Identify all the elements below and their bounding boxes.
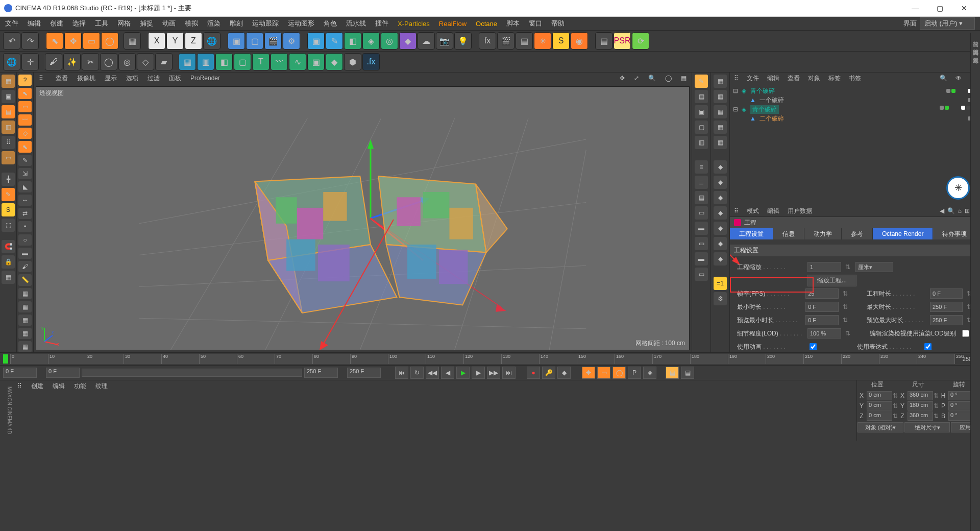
rot-key-icon[interactable]: ◯ <box>612 367 626 379</box>
vp-nav-icon[interactable]: ▦ <box>681 75 687 82</box>
octane-icon[interactable]: ✳ <box>534 32 551 50</box>
undo-icon[interactable]: ↶ <box>3 32 20 50</box>
tree-row[interactable]: ▲ 一个破碎 <box>733 95 977 105</box>
mograph-cloner-icon[interactable]: ▦ <box>179 53 196 70</box>
knife-icon[interactable]: ✂ <box>82 53 99 70</box>
grid2-icon[interactable]: ▦ <box>18 288 32 299</box>
measure-icon[interactable]: 📏 <box>18 274 32 285</box>
keyframe-icon[interactable]: ◆ <box>557 367 571 379</box>
cursor-icon[interactable]: ⬉ <box>18 88 32 99</box>
coord-size-input[interactable]: 360 cm <box>908 412 933 421</box>
help-icon[interactable]: ? <box>18 75 32 86</box>
shader1-icon[interactable]: ◆ <box>714 160 727 174</box>
realflow-icon[interactable]: ◉ <box>571 32 588 50</box>
brush-tool-icon[interactable]: 🖌 <box>18 261 32 272</box>
fwd-icon[interactable]: ⊞ <box>965 207 970 214</box>
coord-size-input[interactable]: 360 cm <box>908 391 933 400</box>
move-tool-icon[interactable]: ✥ <box>64 32 82 50</box>
cube-icon[interactable]: ▦ <box>714 75 727 88</box>
duration-input[interactable]: 0 F <box>930 288 963 299</box>
ring-icon[interactable]: ◎ <box>118 53 136 70</box>
obj-tab[interactable]: 文件 <box>747 74 759 83</box>
y-axis-icon[interactable]: Y <box>166 32 184 50</box>
side-tab[interactable]: 构建 <box>971 33 980 41</box>
axis-center-icon[interactable]: ╋ <box>2 173 15 186</box>
object-mode-icon[interactable]: ▤ <box>2 105 15 118</box>
obj-tab[interactable]: 编辑 <box>767 74 779 83</box>
camera-icon[interactable]: 📷 <box>436 32 453 50</box>
close-button[interactable]: ✕ <box>952 1 976 15</box>
mograph-poly-icon[interactable]: ◆ <box>326 53 343 70</box>
grid4-icon[interactable]: ▦ <box>18 315 32 326</box>
scale-unit-select[interactable]: 厘米 ▾ <box>855 262 893 272</box>
reset-psr-icon[interactable]: ⟳ <box>632 32 649 50</box>
mograph-extrude-icon[interactable]: ▣ <box>307 53 325 70</box>
param-key-icon[interactable]: P <box>628 367 641 379</box>
perspective-viewport[interactable]: 透视视图 <box>36 86 690 350</box>
minimize-button[interactable]: — <box>903 1 927 15</box>
mograph-fracture-icon[interactable]: ◧ <box>215 53 233 70</box>
attr-tab[interactable]: 模式 <box>747 207 759 215</box>
settings-tab[interactable]: 信息 <box>773 228 804 239</box>
coord-pos-input[interactable]: 0 cm <box>867 391 892 400</box>
menu-item[interactable]: 窗口 <box>529 19 542 28</box>
anim-checkbox[interactable] <box>810 343 817 350</box>
tweak-mode-icon[interactable]: ✎ <box>2 188 15 201</box>
extrude-tool-icon[interactable]: ⇲ <box>18 168 32 179</box>
scale-input[interactable]: 1 <box>807 262 841 272</box>
poly-pen-icon[interactable]: ✎ <box>18 155 32 166</box>
grid5-icon[interactable]: ▦ <box>18 328 32 339</box>
vp-nav-icon[interactable]: ✥ <box>620 75 625 82</box>
point-mode-icon[interactable]: ⠿ <box>2 136 15 149</box>
menu-item[interactable]: 运动图形 <box>288 19 314 28</box>
coord-size-input[interactable]: 180 cm <box>908 401 933 411</box>
bridge-tool-icon[interactable]: ⇄ <box>18 208 32 219</box>
range-from-field[interactable]: 0 F <box>46 368 80 378</box>
xparticles-icon[interactable]: S <box>552 32 570 50</box>
bot-tab[interactable]: 纹理 <box>95 382 108 391</box>
pla-key-icon[interactable]: ◈ <box>643 367 656 379</box>
eye-icon[interactable]: 👁 <box>955 75 962 82</box>
vp-tab[interactable]: 摄像机 <box>77 74 95 83</box>
shader6-icon[interactable]: ◆ <box>714 237 727 250</box>
panel-icon[interactable]: ▭ <box>695 206 708 220</box>
redo-icon[interactable]: ↷ <box>21 32 39 50</box>
box-icon[interactable]: ▣ <box>695 105 708 118</box>
menu-item[interactable]: 模拟 <box>185 19 198 28</box>
cube3-icon[interactable]: ▦ <box>714 105 727 118</box>
mograph-spline-icon[interactable]: ∿ <box>289 53 306 70</box>
layout-select[interactable]: 启动 (用户) ▾ <box>920 17 975 30</box>
range-to-field[interactable]: 250 F <box>304 368 338 378</box>
list-icon[interactable]: ▤ <box>695 191 708 204</box>
workplane-icon[interactable]: ⬚ <box>2 219 15 232</box>
search2-icon[interactable]: 🔍 <box>947 207 955 214</box>
panel2-icon[interactable]: ▬ <box>695 222 708 235</box>
fps-input[interactable]: 25 <box>805 288 838 299</box>
outline-icon[interactable]: ◇ <box>137 53 154 70</box>
shader5-icon[interactable]: ◆ <box>714 222 727 235</box>
step-back-icon[interactable]: ◀◀ <box>426 367 439 379</box>
loop-icon[interactable]: ◯ <box>100 53 117 70</box>
cube4-icon[interactable]: ▦ <box>714 120 727 134</box>
z-axis-icon[interactable]: Z <box>185 32 202 50</box>
pencil-icon[interactable]: ✎ <box>695 75 708 88</box>
scale-project-button[interactable]: 缩放工程... <box>807 275 856 286</box>
panel5-icon[interactable]: ▭ <box>695 268 708 281</box>
menu-item[interactable]: 雕刻 <box>230 19 243 28</box>
fx-icon[interactable]: .fx <box>362 53 380 70</box>
picture-viewer-icon[interactable]: ⚙ <box>283 32 300 50</box>
bot-tab[interactable]: 创建 <box>31 382 43 391</box>
menu-item[interactable]: 工具 <box>95 19 108 28</box>
coord-size-select[interactable]: 绝对尺寸 ▾ <box>904 422 950 432</box>
settings-tab[interactable]: 参考 <box>842 228 873 239</box>
side-tab[interactable]: 对象属性 <box>971 49 980 57</box>
pos-key-icon[interactable]: ✥ <box>582 367 595 379</box>
maximize-button[interactable]: ▢ <box>928 1 951 15</box>
environment-icon[interactable]: ☁ <box>418 32 435 50</box>
obj-tab[interactable]: 书签 <box>849 74 861 83</box>
mograph-text-icon[interactable]: T <box>252 53 270 70</box>
side-tab[interactable]: 内容浏览器 <box>971 41 980 49</box>
menu-item[interactable]: 创建 <box>50 19 63 28</box>
deformer-icon[interactable]: ◆ <box>399 32 416 50</box>
current-frame-field[interactable]: 0 F <box>3 368 37 378</box>
